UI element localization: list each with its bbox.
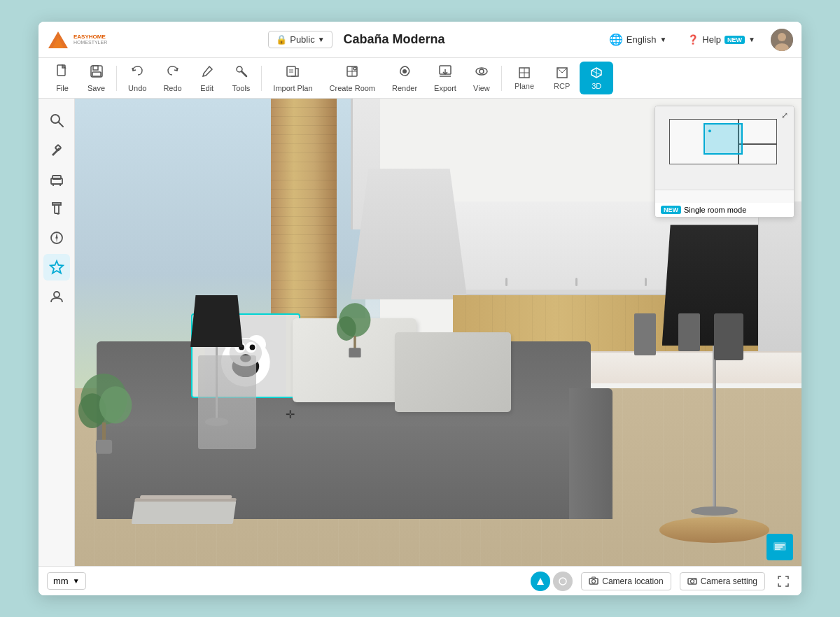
hammer-icon (49, 142, 64, 157)
3d-label: 3D (592, 82, 601, 90)
create-room-icon (345, 64, 359, 82)
outdoor-chair (198, 355, 256, 449)
search-icon (49, 113, 64, 128)
svg-point-61 (337, 316, 356, 341)
kitchen-appliance-3 (634, 313, 656, 355)
book-stack-2 (140, 495, 232, 499)
svg-line-31 (59, 122, 63, 127)
undo-button[interactable]: Undo (120, 60, 155, 97)
svg-marker-42 (50, 261, 63, 274)
plant-svg (75, 351, 133, 482)
create-room-label: Create Room (330, 84, 375, 92)
kitchen-plant-svg (337, 285, 373, 379)
svg-point-3 (778, 33, 786, 41)
undo-label: Undo (128, 84, 146, 92)
sidebar-paint-tool[interactable] (43, 195, 70, 222)
minimap-room-secondary (738, 119, 777, 144)
kitchen-appliance-1 (714, 313, 743, 360)
header-center: 🔒 Public ▼ Cabaña Moderna (118, 31, 595, 48)
3d-viewport[interactable]: ✛ (75, 99, 802, 566)
divider-2 (261, 66, 262, 91)
coffee-table-books (132, 501, 237, 524)
export-button[interactable]: Export (426, 60, 465, 97)
minimap[interactable]: ● NEW Single room mode ⤢ (654, 106, 794, 218)
minimap-expand-button[interactable]: ⤢ (778, 109, 791, 122)
save-button[interactable]: Save (79, 60, 113, 97)
nav-walk-button[interactable] (531, 572, 550, 591)
single-room-label: Single room mode (684, 206, 746, 214)
file-label: File (56, 84, 69, 92)
camera-location-button[interactable]: Camera location (581, 572, 671, 590)
logo-icon (47, 29, 69, 51)
edit-icon (200, 64, 214, 82)
header: EASYHOME HOMESTYLER 🔒 Public ▼ Cabaña Mo… (38, 22, 802, 58)
view-label: View (473, 84, 490, 92)
tools-label: Tools (232, 84, 251, 92)
svg-rect-11 (287, 66, 295, 76)
rcp-label: RCP (554, 82, 570, 90)
sidebar-search-tool[interactable] (43, 107, 70, 134)
nav-orbit-button[interactable] (553, 572, 573, 591)
file-button[interactable]: File (46, 60, 79, 97)
tools-button[interactable]: Tools (224, 60, 259, 97)
bottom-bar: mm ▼ Camera location Camera setting (38, 566, 802, 595)
rcp-icon (555, 66, 569, 80)
plane-view-button[interactable]: Plane (505, 62, 544, 94)
language-label: English (626, 34, 657, 45)
lamp-shade-left (190, 295, 243, 348)
minimap-inner: ● NEW Single room mode ⤢ (655, 106, 794, 217)
import-plan-icon (286, 64, 300, 82)
svg-point-67 (592, 579, 596, 583)
undo-icon (130, 64, 144, 82)
redo-icon (166, 64, 180, 82)
camera-setting-button[interactable]: Camera setting (680, 572, 765, 590)
rcp-view-button[interactable]: RCP (544, 62, 580, 94)
fullscreen-button[interactable] (774, 572, 793, 591)
redo-button[interactable]: Redo (155, 60, 190, 97)
minimap-room-third (738, 144, 777, 165)
sidebar-compass-tool[interactable] (43, 225, 70, 251)
help-fab-button[interactable] (766, 534, 793, 560)
unit-selector[interactable]: mm ▼ (47, 572, 86, 590)
camera-setting-label: Camera setting (701, 576, 757, 586)
new-badge: NEW (724, 36, 745, 44)
plane-icon (517, 66, 531, 80)
render-icon (398, 64, 412, 82)
edit-button[interactable]: Edit (190, 60, 224, 97)
view-button[interactable]: View (465, 60, 498, 97)
import-plan-button[interactable]: Import Plan (265, 60, 321, 97)
public-button[interactable]: 🔒 Public ▼ (268, 31, 332, 48)
svg-point-57 (99, 386, 132, 423)
export-icon (438, 64, 452, 82)
walk-icon (536, 576, 545, 586)
toolbar: File Save Undo Redo (38, 58, 802, 99)
sidebar-furniture-tool[interactable] (43, 166, 70, 192)
file-icon (55, 64, 69, 82)
sidebar-star-tool[interactable] (43, 254, 70, 281)
header-right: 🌐 English ▼ ❓ Help NEW ▼ (603, 29, 793, 51)
compass-icon (49, 230, 64, 246)
sidebar-profile-tool[interactable] (43, 283, 70, 310)
create-room-button[interactable]: Create Room (321, 60, 384, 97)
svg-rect-7 (93, 66, 98, 70)
minimap-camera-dot: ● (708, 127, 711, 134)
chevron-down-icon: ▼ (318, 36, 325, 43)
svg-rect-8 (92, 72, 101, 76)
render-button[interactable]: Render (384, 60, 426, 97)
help-button[interactable]: ❓ Help NEW ▼ (682, 31, 761, 48)
toolbar-create-group: Import Plan Create Room Render Export (265, 60, 498, 97)
logo-area: EASYHOME HOMESTYLER (47, 29, 110, 51)
view-mode-group: Plane RCP 3D (505, 62, 613, 94)
language-button[interactable]: 🌐 English ▼ (603, 30, 673, 49)
lock-icon: 🔒 (276, 34, 287, 45)
3d-view-button[interactable]: 3D (580, 62, 613, 94)
plant-left (75, 351, 133, 482)
svg-point-69 (690, 579, 694, 583)
tools-icon (234, 64, 248, 82)
camera-setting-icon (687, 576, 697, 586)
minimap-canvas: ● (655, 106, 794, 190)
svg-point-65 (559, 578, 566, 585)
svg-point-17 (354, 67, 356, 70)
sidebar-hammer-tool[interactable] (43, 136, 70, 163)
avatar[interactable] (771, 29, 793, 51)
